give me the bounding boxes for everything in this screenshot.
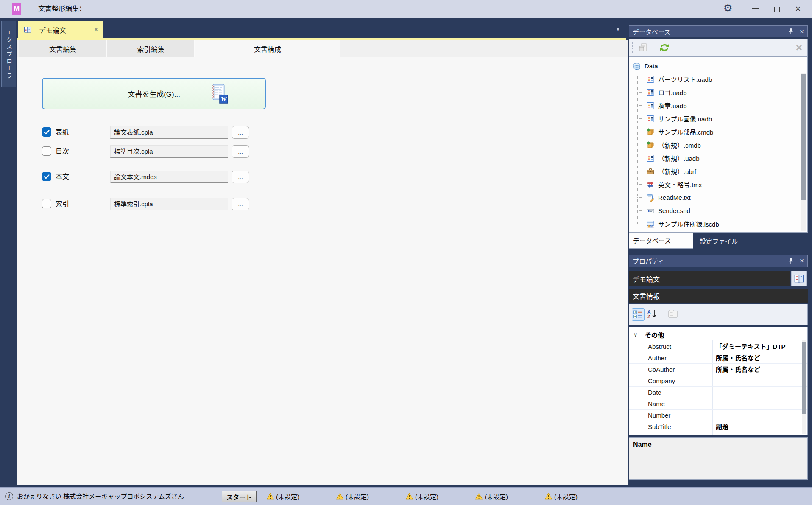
property-name: Company: [648, 375, 675, 387]
chevron-down-icon[interactable]: ∨: [633, 331, 645, 338]
settings-gear-icon[interactable]: ⚙: [723, 2, 733, 14]
sender-icon: [646, 207, 655, 215]
tree-item-label: サンプル画像.uadb: [658, 114, 712, 123]
template-file-field[interactable]: 標準目次.cpla: [110, 145, 228, 158]
tree-item[interactable]: パーツリスト.uadb: [629, 73, 807, 86]
property-row[interactable]: Abstruct「ダミーテキスト」DTP: [629, 341, 807, 352]
section-label: 目次: [56, 145, 69, 157]
template-file-field[interactable]: 論文表紙.cpla: [110, 126, 228, 139]
tree-item[interactable]: ロゴ.uadb: [629, 86, 807, 99]
property-row[interactable]: Date: [629, 387, 807, 398]
doc-subtab-1[interactable]: 文書編集: [19, 40, 107, 57]
property-row[interactable]: Number: [629, 410, 807, 421]
doc-subtab-3[interactable]: 文書構成: [195, 40, 340, 57]
tree-item[interactable]: （新規）.ubrf: [629, 165, 807, 178]
tree-item[interactable]: 胸章.uadb: [629, 99, 807, 112]
panel-close-icon[interactable]: ×: [800, 257, 804, 264]
delete-icon[interactable]: ×: [796, 42, 802, 53]
section-label: 表紙: [56, 126, 69, 138]
panel-close-icon[interactable]: ×: [800, 28, 804, 35]
tree-scrollbar[interactable]: [801, 73, 806, 231]
svg-text:A: A: [647, 309, 651, 314]
document-tab[interactable]: デモ論文 ×: [18, 21, 103, 38]
tree-item-label: （新規）.uadb: [658, 154, 700, 163]
tree-item[interactable]: サンプル住所録.lscdb: [629, 217, 807, 230]
property-grid: ∨ その他 Abstruct「ダミーテキスト」DTPAuther所属・氏名などC…: [629, 327, 808, 435]
property-row[interactable]: Title論文主題: [629, 432, 807, 435]
minimize-button[interactable]: [747, 0, 764, 18]
tree-item[interactable]: ReadMe.txt: [629, 191, 807, 204]
property-row[interactable]: SubTitle副題: [629, 421, 807, 432]
browse-button[interactable]: ...: [232, 126, 249, 139]
tab-settings-file[interactable]: 設定ファイル: [700, 233, 738, 249]
browse-button[interactable]: ...: [232, 145, 249, 158]
tree-item[interactable]: （新規）.uadb: [629, 152, 807, 165]
property-row[interactable]: Name: [629, 398, 807, 410]
generate-document-button[interactable]: 文書を生成(G)... W: [42, 78, 266, 109]
tree-item[interactable]: 英文・略号.tmx: [629, 178, 807, 191]
tab-list-dropdown-icon[interactable]: ▼: [615, 26, 621, 32]
browse-button[interactable]: ...: [232, 198, 249, 210]
document-tab-close-icon[interactable]: ×: [94, 26, 98, 33]
new-database-icon[interactable]: [638, 42, 649, 53]
section-label: 本文: [56, 171, 69, 183]
address-table-icon: [646, 220, 655, 228]
tree-item[interactable]: Sender.snd: [629, 204, 807, 217]
tree-item-label: 英文・略号.tmx: [658, 180, 702, 189]
property-value[interactable]: 所属・氏名など: [716, 364, 760, 375]
tree-scrollbar-thumb[interactable]: [801, 74, 806, 200]
property-name: CoAuther: [648, 364, 675, 375]
section-checkbox[interactable]: [42, 127, 51, 137]
property-row[interactable]: Auther所属・氏名など: [629, 352, 807, 364]
tree-item[interactable]: サンプル部品.cmdb: [629, 125, 807, 138]
status-warning[interactable]: (未設定): [405, 488, 438, 505]
titlebar: M 文書整形編集： ⚙ ×: [0, 0, 812, 18]
info-icon: i: [5, 492, 13, 500]
compose-row: 本文論文本文.mdes...: [17, 171, 628, 185]
property-description-title: Name: [633, 441, 652, 448]
pin-icon[interactable]: [788, 28, 794, 35]
property-row[interactable]: Company: [629, 375, 807, 387]
property-object-name: デモ論文: [629, 271, 790, 286]
property-pages-icon[interactable]: [668, 309, 679, 320]
doc-subtab-2[interactable]: 索引編集: [107, 40, 195, 57]
property-row[interactable]: CoAuther所属・氏名など: [629, 364, 807, 375]
start-button[interactable]: スタート: [222, 491, 257, 502]
property-value[interactable]: 「ダミーテキスト」DTP: [716, 341, 786, 352]
tree-item-label: Data: [645, 62, 658, 70]
categorized-view-icon[interactable]: [633, 309, 643, 320]
section-checkbox[interactable]: [42, 199, 51, 208]
property-value[interactable]: 所属・氏名など: [716, 352, 760, 364]
status-warning[interactable]: (未設定): [544, 488, 578, 505]
status-warning[interactable]: (未設定): [336, 488, 369, 505]
properties-panel-header: プロパティ ×: [629, 255, 808, 267]
browse-button[interactable]: ...: [232, 171, 249, 183]
close-button[interactable]: ×: [790, 0, 806, 18]
sidebar-tab-explorer[interactable]: エクスプローラ: [1, 21, 16, 87]
template-file-field[interactable]: 論文本文.mdes: [110, 171, 228, 183]
document-info-book-button[interactable]: [791, 271, 807, 286]
grid-scrollbar[interactable]: [802, 340, 806, 434]
section-checkbox[interactable]: [42, 146, 51, 156]
template-file-field[interactable]: 標準索引.cpla: [110, 198, 228, 210]
restore-button[interactable]: [768, 0, 785, 18]
tree-item-label: （新規）.cmdb: [658, 140, 701, 149]
tree-item-label: ReadMe.txt: [658, 194, 691, 201]
property-category-row[interactable]: ∨ その他: [629, 329, 807, 340]
tree-root-data[interactable]: Data: [629, 59, 807, 73]
status-warning[interactable]: (未設定): [475, 488, 508, 505]
restore-icon: [774, 7, 780, 12]
tree-item[interactable]: サンプル画像.uadb: [629, 112, 807, 125]
tab-database[interactable]: データベース: [629, 233, 693, 249]
properties-panel-title: プロパティ: [633, 256, 664, 265]
property-value[interactable]: 論文主題: [716, 432, 755, 435]
pin-icon[interactable]: [788, 258, 794, 264]
property-value[interactable]: 副題: [716, 421, 728, 432]
tree-item[interactable]: （新規）.cmdb: [629, 138, 807, 152]
section-checkbox[interactable]: [42, 172, 51, 181]
property-category-label: その他: [645, 330, 664, 339]
status-warning[interactable]: (未設定): [266, 488, 299, 505]
alphabetical-sort-icon[interactable]: AZ: [647, 309, 658, 320]
grid-scrollbar-thumb[interactable]: [802, 342, 806, 414]
refresh-icon[interactable]: [659, 42, 670, 53]
